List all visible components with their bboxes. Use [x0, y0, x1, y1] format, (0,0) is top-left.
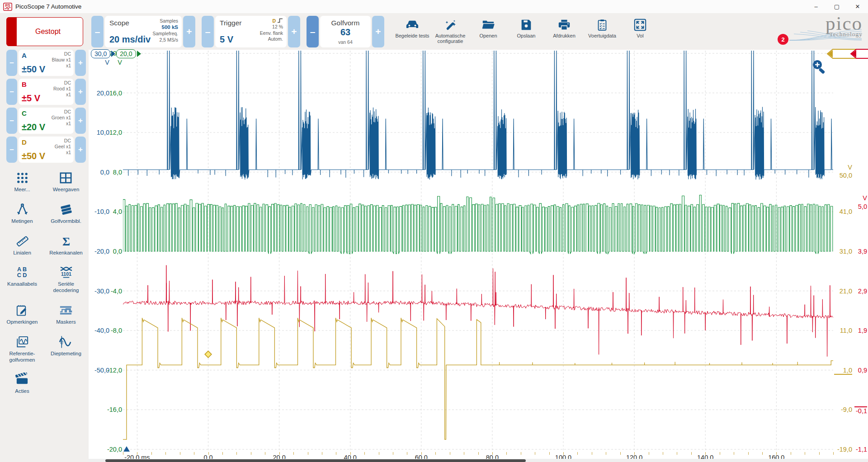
axis-c-tick[interactable]: 16,0: [107, 90, 122, 97]
auto-setup-button[interactable]: Automatische configuratie: [432, 17, 468, 44]
axis-c-tick[interactable]: 8,0: [107, 169, 122, 176]
time-ruler-tick: [151, 452, 152, 455]
sidebar-tool-rulers[interactable]: Linialen: [13, 234, 31, 256]
channel-a-increase-button[interactable]: +: [75, 50, 86, 76]
axis-b-tick[interactable]: 1,9: [854, 327, 867, 334]
channel-d-card[interactable]: D±50 VDCGeel x1x1: [19, 137, 74, 163]
sidebar-tool-measurements[interactable]: Metingen: [11, 203, 33, 225]
axis-d-tick[interactable]: 1,0: [834, 367, 852, 375]
waveform-library-icon: [59, 203, 73, 217]
trigger-card[interactable]: Trigger 5 V D 12 % Eenv. flank Autom.: [215, 16, 287, 47]
channel-a-card[interactable]: A±50 VDCBlauw x1x1: [19, 50, 74, 76]
sidebar-tool-masks[interactable]: Maskers: [56, 303, 75, 325]
more-icon: [15, 171, 29, 185]
waveform-next-button[interactable]: +: [372, 16, 384, 47]
time-ruler-tick: [364, 452, 365, 455]
time-ruler-tick: [194, 452, 194, 455]
axis-c-tick[interactable]: -12,0: [107, 367, 122, 374]
scope-decrease-button[interactable]: –: [91, 16, 104, 47]
scope-view: 30,0 20,0 30,020,010,00,0-10,0-20,0-30,0…: [89, 50, 868, 462]
channel-c-card[interactable]: C±20 VDCGroen x1x1: [19, 108, 74, 134]
axis-c-unit[interactable]: V: [107, 59, 122, 66]
time-ruler-tick: [805, 452, 805, 455]
waveform-library-label: Golfvormbibl.: [51, 218, 81, 225]
channel-b-card[interactable]: B±5 VDCRood x1x1: [19, 79, 74, 105]
axis-c-tick[interactable]: -8,0: [107, 327, 122, 334]
time-ruler-tick: [762, 452, 763, 455]
axis-d-tick[interactable]: 11,0: [834, 327, 852, 334]
scope-card[interactable]: Scope 20 ms/div Samples 500 kS Samplefre…: [105, 16, 182, 47]
waveform-card[interactable]: Golfvorm 63 van 64: [320, 16, 371, 47]
minimize-button[interactable]: –: [806, 0, 826, 13]
time-ruler-tick: [464, 452, 464, 455]
print-button[interactable]: Afdrukken: [546, 17, 582, 39]
channel-d-decrease-button[interactable]: –: [6, 137, 17, 163]
sidebar-tool-waveform-library[interactable]: Golfvormbibl.: [51, 203, 81, 225]
more-label: Meer...: [14, 187, 30, 193]
scope-increase-button[interactable]: +: [183, 16, 195, 47]
axis-d-tick[interactable]: -19,0: [834, 446, 852, 453]
maximize-button[interactable]: ▢: [826, 0, 847, 13]
channel-a-decrease-button[interactable]: –: [6, 50, 17, 76]
full-button[interactable]: Vol: [622, 17, 658, 39]
channel-b-increase-button[interactable]: +: [75, 79, 86, 105]
sidebar-tool-more[interactable]: Meer...: [14, 171, 30, 193]
sidebar-tool-reference-waveforms[interactable]: Referentie-golfvormen: [1, 335, 43, 363]
print-label: Afdrukken: [553, 33, 576, 39]
channel-settings: DCGroen x1x1: [52, 109, 71, 127]
axis-b-tick[interactable]: 5,0: [854, 203, 867, 210]
axis-b-unit[interactable]: V: [854, 195, 867, 202]
axis-c-tick[interactable]: -20,0: [107, 446, 122, 453]
axis-d-tick[interactable]: 50,0: [834, 172, 852, 179]
axis-top-indicators[interactable]: 30,0 20,0: [91, 49, 141, 58]
sidebar: –A±50 VDCBlauw x1x1+–B±5 VDCRood x1x1+–C…: [0, 50, 89, 462]
axis-c-tick[interactable]: 0,0: [107, 248, 122, 255]
save-button[interactable]: Opslaan: [508, 17, 544, 39]
trigger-level-value: 5 V: [220, 34, 233, 45]
offscreen-channel-flags[interactable]: [826, 48, 868, 60]
axis-d-tick[interactable]: 41,0: [834, 208, 852, 215]
axis-d-tick[interactable]: -9,0: [834, 406, 852, 413]
channel-b-decrease-button[interactable]: –: [6, 79, 17, 105]
channel-c-increase-button[interactable]: +: [75, 108, 86, 134]
channel-range: ±20 V: [22, 122, 45, 132]
math-channels-label: Rekenkanalen: [49, 250, 83, 256]
channel-c-decrease-button[interactable]: –: [6, 108, 17, 134]
zoom-icon[interactable]: [810, 58, 829, 77]
trigger-decrease-button[interactable]: –: [202, 16, 214, 47]
axis-c-tick[interactable]: 12,0: [107, 129, 122, 136]
vehicle-data-button[interactable]: Voertuigdata: [584, 17, 620, 39]
axis-b-tick[interactable]: -0,1: [854, 406, 867, 415]
axis-b-tick[interactable]: -1,1: [854, 446, 867, 453]
channel-d-increase-button[interactable]: +: [75, 137, 86, 163]
time-ruler-tick: [819, 452, 820, 455]
close-button[interactable]: ✕: [847, 0, 868, 13]
axis-d-unit[interactable]: V: [834, 164, 852, 171]
time-ruler-tick: [478, 452, 479, 455]
sidebar-tool-views[interactable]: Weergaven: [53, 171, 80, 193]
axis-c-tick[interactable]: -16,0: [107, 406, 122, 413]
axis-c-tick[interactable]: -4,0: [107, 288, 122, 295]
guided-tests-button[interactable]: Begeleide tests: [394, 17, 430, 39]
sidebar-tool-math-channels[interactable]: ΣRekenkanalen: [49, 234, 83, 256]
sidebar-tool-notes[interactable]: Opmerkingen: [6, 303, 38, 325]
channel-labels-icon: A BC D: [15, 265, 29, 279]
axis-d-tick[interactable]: 31,0: [834, 248, 852, 255]
trigger-marker: [205, 351, 212, 358]
scrollbar-thumb[interactable]: [105, 459, 526, 462]
waveform-previous-button[interactable]: –: [307, 16, 319, 47]
channel-settings: DCGeel x1x1: [55, 138, 71, 156]
open-button[interactable]: Openen: [470, 17, 506, 39]
sidebar-tool-depth-gauge[interactable]: Dieptemeting: [51, 335, 81, 363]
axis-d-tick[interactable]: 21,0: [834, 288, 852, 295]
axis-b-tick[interactable]: 0,9: [854, 367, 867, 374]
axis-c-tick[interactable]: 4,0: [107, 208, 122, 215]
waveform-plot[interactable]: [123, 51, 833, 452]
axis-b-tick[interactable]: 3,9: [854, 248, 867, 255]
sidebar-tool-serial-decoding[interactable]: 1101Seriële decodering: [45, 265, 87, 294]
axis-b-tick[interactable]: 2,9: [854, 288, 867, 295]
sidebar-tool-channel-labels[interactable]: A BC DKanaallabels: [7, 265, 37, 294]
stop-button[interactable]: Gestopt: [6, 17, 83, 46]
sidebar-tool-actions[interactable]: Acties: [15, 372, 29, 395]
trigger-increase-button[interactable]: +: [288, 16, 300, 47]
